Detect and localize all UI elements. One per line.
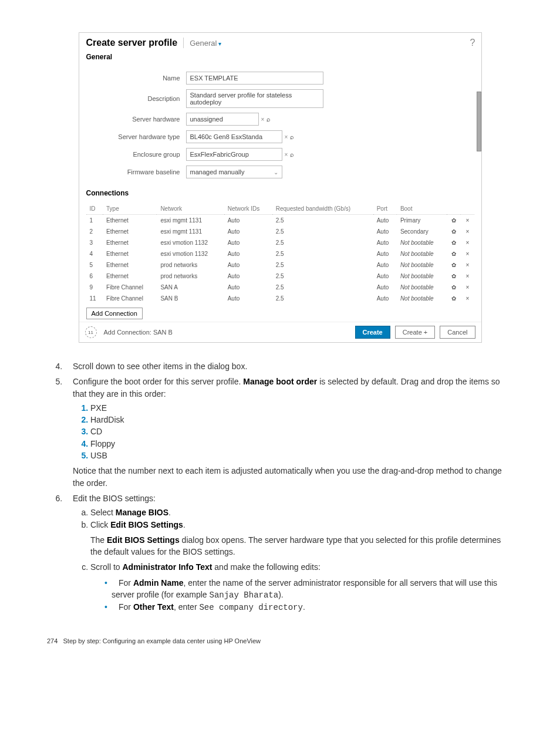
network-link[interactable]: esxi vmotion 1132 xyxy=(157,237,224,248)
network-link[interactable]: SAN B xyxy=(157,293,224,304)
col-network-ids: Network IDs xyxy=(224,203,272,215)
clear-icon[interactable]: × xyxy=(285,151,288,158)
search-icon[interactable]: ⌕ xyxy=(266,116,271,123)
firmware-baseline-select[interactable]: managed manually ⌄ xyxy=(186,166,282,178)
chevron-down-icon: ⌄ xyxy=(274,169,278,175)
step-6b: Click Edit BIOS Settings. The Edit BIOS … xyxy=(90,519,513,558)
col-type: Type xyxy=(103,203,157,215)
boot-order-item: HardDisk xyxy=(90,414,513,426)
server-hardware-input[interactable]: unassigned xyxy=(186,113,259,126)
close-icon[interactable]: × xyxy=(461,282,474,293)
enclosure-group-input[interactable]: EsxFlexFabricGroup xyxy=(186,148,282,161)
network-link[interactable]: esxi vmotion 1132 xyxy=(157,248,224,259)
boot-order-item: PXE xyxy=(90,402,513,414)
document-body: Scroll down to see other items in the di… xyxy=(47,360,513,644)
col-id: ID xyxy=(86,203,103,215)
add-connection-button[interactable]: Add Connection xyxy=(86,308,143,319)
boot-order-item: Floppy xyxy=(90,438,513,450)
create-plus-button[interactable]: Create + xyxy=(395,326,436,339)
col-port: Port xyxy=(373,203,397,215)
close-icon[interactable]: × xyxy=(461,226,474,237)
gear-icon[interactable]: ✿ xyxy=(447,293,461,304)
col-requested-bw: Requested bandwidth (Gb/s) xyxy=(272,203,373,215)
label-enclosure-group: Enclosure group xyxy=(86,151,186,158)
network-link[interactable]: prod networks xyxy=(157,259,224,271)
section-general-label: General xyxy=(79,50,481,63)
step-4: Scroll down to see other items in the di… xyxy=(65,360,513,372)
close-icon[interactable]: × xyxy=(461,259,474,271)
table-row: 9Fibre ChannelSAN AAuto2.5AutoNot bootab… xyxy=(86,282,474,293)
step-6: Edit the BIOS settings: Select Manage BI… xyxy=(65,492,513,614)
search-icon[interactable]: ⌕ xyxy=(290,133,294,140)
table-row: 11Fibre ChannelSAN BAuto2.5AutoNot boota… xyxy=(86,293,474,304)
close-icon[interactable]: × xyxy=(461,248,474,259)
dialog-title: Create server profile xyxy=(86,38,184,48)
close-icon[interactable]: × xyxy=(461,271,474,282)
footer-status-text: Add Connection: SAN B xyxy=(104,329,173,336)
section-dropdown[interactable]: General▾ xyxy=(190,39,221,48)
step-6c: Scroll to Administrator Info Text and ma… xyxy=(90,561,513,613)
table-row: 6Ethernetprod networksAuto2.5AutoNot boo… xyxy=(86,271,474,282)
page-footer: 274 Step by step: Configuring an example… xyxy=(47,637,513,644)
col-boot: Boot xyxy=(397,203,447,215)
gear-icon[interactable]: ✿ xyxy=(447,259,461,271)
chevron-down-icon: ▾ xyxy=(218,40,221,47)
table-row: 3Ethernetesxi vmotion 1132Auto2.5AutoNot… xyxy=(86,237,474,248)
gear-icon[interactable]: ✿ xyxy=(447,271,461,282)
gear-icon[interactable]: ✿ xyxy=(447,282,461,293)
section-connections-label: Connections xyxy=(79,187,481,200)
gear-icon[interactable]: ✿ xyxy=(447,248,461,259)
step-5: Configure the boot order for this server… xyxy=(65,376,513,489)
table-row: 2Ethernetesxi mgmt 1131Auto2.5AutoSecond… xyxy=(86,226,474,237)
close-icon[interactable]: × xyxy=(461,293,474,304)
network-link[interactable]: SAN A xyxy=(157,282,224,293)
progress-badge-icon: 11 xyxy=(85,326,97,338)
close-icon[interactable]: × xyxy=(461,215,474,227)
table-row: 4Ethernetesxi vmotion 1132Auto2.5AutoNot… xyxy=(86,248,474,259)
bullet-other-text: For Other Text, enter See company direct… xyxy=(112,601,513,613)
label-description: Description xyxy=(86,95,186,102)
cancel-button[interactable]: Cancel xyxy=(440,326,475,339)
search-icon[interactable]: ⌕ xyxy=(290,151,294,158)
close-icon[interactable]: × xyxy=(461,237,474,248)
clear-icon[interactable]: × xyxy=(261,116,265,123)
boot-order-item: CD xyxy=(90,426,513,437)
table-row: 5Ethernetprod networksAuto2.5AutoNot boo… xyxy=(86,259,474,271)
gear-icon[interactable]: ✿ xyxy=(447,237,461,248)
help-icon[interactable]: ? xyxy=(470,38,475,48)
network-link[interactable]: esxi mgmt 1131 xyxy=(157,215,224,227)
label-server-hardware-type: Server hardware type xyxy=(86,133,186,140)
network-link[interactable]: prod networks xyxy=(157,271,224,282)
name-input[interactable]: ESX TEMPLATE xyxy=(186,72,323,85)
label-firmware-baseline: Firmware baseline xyxy=(86,168,186,175)
scrollbar[interactable] xyxy=(477,92,481,151)
table-row: 1Ethernetesxi mgmt 1131Auto2.5AutoPrimar… xyxy=(86,215,474,227)
boot-order-item: USB xyxy=(90,450,513,461)
gear-icon[interactable]: ✿ xyxy=(447,226,461,237)
col-network: Network xyxy=(157,203,224,215)
label-name: Name xyxy=(86,75,186,82)
step-6a: Select Manage BIOS. xyxy=(90,507,513,518)
create-button[interactable]: Create xyxy=(355,326,390,339)
connections-table: ID Type Network Network IDs Requested ba… xyxy=(86,203,474,304)
label-server-hardware: Server hardware xyxy=(86,116,186,123)
description-input[interactable]: Standard server profile for stateless au… xyxy=(186,89,323,108)
bullet-admin-name: For Admin Name, enter the name of the se… xyxy=(112,577,513,602)
server-hardware-type-input[interactable]: BL460c Gen8 EsxStanda xyxy=(186,130,282,143)
clear-icon[interactable]: × xyxy=(285,134,288,140)
gear-icon[interactable]: ✿ xyxy=(447,215,461,227)
network-link[interactable]: esxi mgmt 1131 xyxy=(157,226,224,237)
create-server-profile-dialog: Create server profile General▾ ? General… xyxy=(79,32,482,343)
